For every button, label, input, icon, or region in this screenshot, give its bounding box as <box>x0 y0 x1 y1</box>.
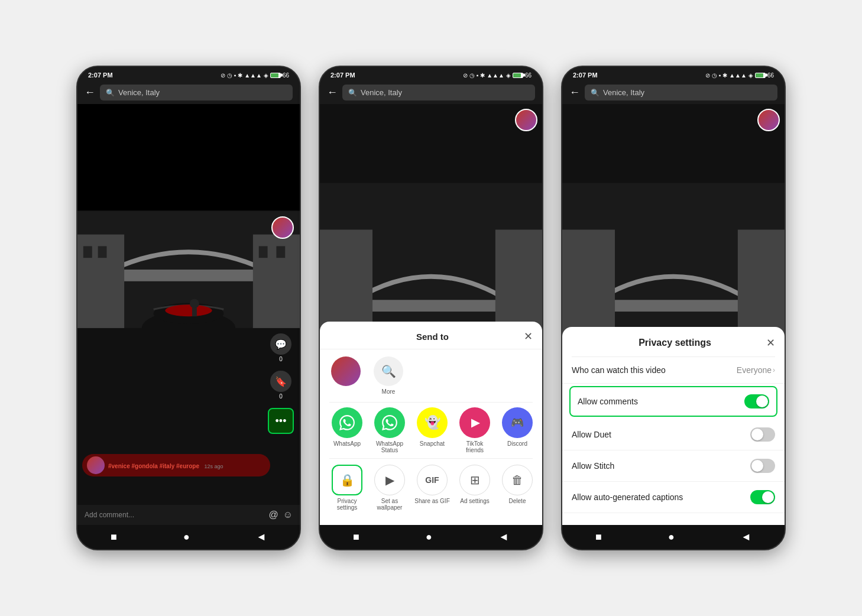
clock-icon: ◷ <box>227 72 232 79</box>
tiktok-share-item[interactable]: ▶ TikTok friends <box>457 407 492 453</box>
snapchat-share-item[interactable]: 👻 Snapchat <box>414 407 450 453</box>
svg-rect-9 <box>259 246 268 258</box>
search-value-3: Venice, Italy <box>603 88 644 97</box>
contact-avatar-circle <box>331 356 361 386</box>
toggle-thumb-comments <box>756 395 768 407</box>
wifi-icon: ◈ <box>264 72 268 79</box>
nav-home-icon-3[interactable]: ● <box>668 531 675 543</box>
add-comment-row[interactable]: Add comment... @ ☺ <box>77 505 300 525</box>
wifi-icon-3: ◈ <box>748 72 753 79</box>
nav-back-icon[interactable]: ◄ <box>256 531 267 543</box>
battery-icon-2 <box>513 73 523 78</box>
back-button-1[interactable]: ← <box>85 86 95 99</box>
comment-time: 12s ago <box>204 463 223 469</box>
wallpaper-icon: ▶ <box>374 465 405 495</box>
emoji-icon[interactable]: ☺ <box>283 510 293 520</box>
search-bar-1: ← 🔍 Venice, Italy <box>77 81 300 104</box>
nav-home-icon-2[interactable]: ● <box>426 531 432 543</box>
svg-rect-2 <box>112 270 264 281</box>
allow-comments-toggle[interactable] <box>744 394 769 408</box>
allow-captions-label: Allow auto-generated captions <box>572 492 683 502</box>
svg-rect-14 <box>355 300 507 312</box>
search-value-2: Venice, Italy <box>361 88 402 97</box>
phone-2: 2:07 PM ⊘ ◷ ▪ ✱ ▲▲▲ ◈ 66 ← 🔍 Venice, Ita… <box>319 66 543 550</box>
nav-stop-icon-2[interactable]: ■ <box>353 531 359 543</box>
allow-duet-toggle[interactable] <box>750 427 775 442</box>
allow-stitch-row: Allow Stitch <box>562 450 785 482</box>
nav-home-icon[interactable]: ● <box>183 531 190 543</box>
wallpaper-label: Set as wallpaper <box>372 498 407 511</box>
bookmark-button[interactable]: 🔖 0 <box>270 371 291 400</box>
bookmark-count: 0 <box>279 393 283 400</box>
allow-duet-row: Allow Duet <box>562 419 785 450</box>
delete-icon: 🗑 <box>502 465 533 495</box>
side-actions-1: ♥ 0 💬 0 🔖 0 ••• <box>268 329 294 434</box>
nav-bar-2: ■ ● ◄ <box>320 525 542 549</box>
comment-info-bar: #venice #gondola #italy #europe 12s ago <box>82 454 270 476</box>
search-value-1: Venice, Italy <box>118 88 160 97</box>
back-button-3[interactable]: ← <box>569 86 580 99</box>
alarm-icon: ⊘ <box>221 72 225 79</box>
privacy-settings-share-item[interactable]: 🔒 Privacy settings <box>329 465 365 511</box>
bluetooth-icon-2: ✱ <box>480 72 485 79</box>
more-options-button[interactable]: ••• <box>268 408 294 434</box>
allow-stitch-label: Allow Stitch <box>572 461 614 471</box>
add-comment-placeholder: Add comment... <box>85 511 264 519</box>
header-video-area-1 <box>77 104 300 210</box>
share-actions-row: 🔒 Privacy settings ▶ Set as wallpaper GI… <box>320 459 542 516</box>
battery-pct-2: 66 <box>525 72 532 79</box>
snapchat-label: Snapchat <box>420 440 445 447</box>
notification-icon-3: ▪ <box>719 72 721 79</box>
nav-back-icon-2[interactable]: ◄ <box>498 531 509 543</box>
share-close-button[interactable]: ✕ <box>524 330 533 343</box>
nav-bar-1: ■ ● ◄ <box>77 525 300 549</box>
nav-back-icon-3[interactable]: ◄ <box>741 531 751 543</box>
toggle-thumb-stitch <box>751 460 763 472</box>
search-box-3[interactable]: 🔍 Venice, Italy <box>585 85 777 100</box>
status-icons-3: ⊘ ◷ ▪ ✱ ▲▲▲ ◈ 66 <box>705 72 774 79</box>
nav-stop-icon[interactable]: ■ <box>111 531 117 543</box>
chevron-icon: › <box>773 366 775 374</box>
gif-share-item[interactable]: GIF Share as GIF <box>414 465 450 511</box>
share-contacts-row: 🔍 More <box>320 349 542 402</box>
tiktok-label: TikTok friends <box>457 440 492 453</box>
privacy-close-button[interactable]: ✕ <box>766 336 775 349</box>
svg-rect-10 <box>276 246 285 258</box>
privacy-header: Privacy settings ✕ <box>562 327 785 356</box>
whatsapp-label: WhatsApp <box>333 440 361 447</box>
svg-point-4 <box>165 304 212 316</box>
allow-stitch-toggle[interactable] <box>750 459 775 473</box>
comment-button[interactable]: 💬 0 <box>270 333 291 362</box>
ad-settings-label: Ad settings <box>460 498 489 504</box>
signal-icon: ▲▲▲ <box>244 72 262 79</box>
allow-captions-toggle[interactable] <box>750 490 775 504</box>
privacy-settings-icon: 🔒 <box>332 465 362 495</box>
comment-count: 0 <box>279 356 283 362</box>
tiktok-icon: ▶ <box>459 407 490 438</box>
search-box-2[interactable]: 🔍 Venice, Italy <box>342 85 535 100</box>
svg-rect-12 <box>192 307 197 316</box>
search-box-1[interactable]: 🔍 Venice, Italy <box>100 85 293 100</box>
whatsapp-status-share-item[interactable]: WhatsApp Status <box>372 407 407 453</box>
delete-label: Delete <box>509 498 526 504</box>
discord-share-item[interactable]: 🎮 Discord <box>500 407 535 453</box>
contact-more-label: More <box>382 388 396 395</box>
signal-icon-3: ▲▲▲ <box>729 72 747 79</box>
share-sheet: Send to ✕ 🔍 More <box>320 322 542 525</box>
delete-share-item[interactable]: 🗑 Delete <box>500 465 535 511</box>
wallpaper-share-item[interactable]: ▶ Set as wallpaper <box>372 465 407 511</box>
svg-point-11 <box>190 299 199 308</box>
at-icon[interactable]: @ <box>268 510 278 520</box>
status-bar-1: 2:07 PM ⊘ ◷ ▪ ✱ ▲▲▲ ◈ 66 <box>77 67 300 81</box>
status-time-2: 2:07 PM <box>330 72 355 79</box>
back-button-2[interactable]: ← <box>327 86 338 99</box>
snapchat-icon: 👻 <box>417 407 448 438</box>
who-can-watch-row[interactable]: Who can watch this video Everyone › <box>562 357 785 384</box>
nav-stop-icon-3[interactable]: ■ <box>595 531 602 543</box>
contact-search-item[interactable]: 🔍 More <box>372 356 405 395</box>
status-icons-2: ⊘ ◷ ▪ ✱ ▲▲▲ ◈ 66 <box>463 72 532 79</box>
ad-settings-share-item[interactable]: ⊞ Ad settings <box>457 465 492 511</box>
whatsapp-share-item[interactable]: WhatsApp <box>329 407 365 453</box>
status-bar-3: 2:07 PM ⊘ ◷ ▪ ✱ ▲▲▲ ◈ 66 <box>562 67 785 81</box>
svg-rect-6 <box>83 246 92 258</box>
